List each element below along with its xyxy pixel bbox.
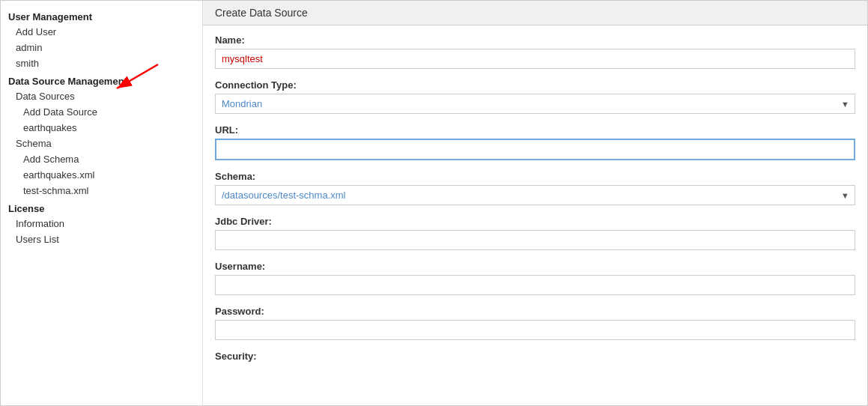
field-username: Username: <box>215 261 855 295</box>
section-title-data-source-management: Data Source Management <box>1 71 202 88</box>
select-wrapper-schema: /datasources/test-schma.xml /datasources… <box>215 185 855 205</box>
field-security: Security: <box>215 351 855 362</box>
input-name[interactable] <box>215 49 855 69</box>
input-jdbc-driver[interactable] <box>215 230 855 250</box>
section-data-source-management: Data Source Management Data Sources Add … <box>1 71 202 199</box>
sidebar-item-users-list[interactable]: Users List <box>1 231 202 247</box>
label-username: Username: <box>215 261 855 272</box>
label-security: Security: <box>215 351 855 362</box>
sidebar-item-add-user[interactable]: Add User <box>1 24 202 40</box>
sidebar-item-information[interactable]: Information <box>1 216 202 231</box>
field-connection-type: Connection Type: Mondrian SQL ▼ <box>215 79 855 114</box>
label-jdbc-driver: Jdbc Driver: <box>215 216 855 227</box>
label-url: URL: <box>215 124 855 136</box>
field-jdbc-driver: Jdbc Driver: <box>215 216 855 250</box>
select-wrapper-connection-type: Mondrian SQL ▼ <box>215 94 855 114</box>
select-schema[interactable]: /datasources/test-schma.xml /datasources… <box>215 185 855 205</box>
sidebar-item-schema[interactable]: Schema <box>1 136 202 151</box>
input-username[interactable] <box>215 275 855 295</box>
field-schema: Schema: /datasources/test-schma.xml /dat… <box>215 171 855 205</box>
sidebar-item-test-schma-xml[interactable]: test-schma.xml <box>1 183 202 199</box>
field-password: Password: <box>215 306 855 340</box>
label-password: Password: <box>215 306 855 317</box>
label-name: Name: <box>215 34 855 46</box>
sidebar-item-admin[interactable]: admin <box>1 40 202 55</box>
sidebar: User Management Add User admin smith Dat… <box>1 1 203 405</box>
label-schema: Schema: <box>215 171 855 182</box>
sidebar-item-earthquakes[interactable]: earthquakes <box>1 120 202 136</box>
form-body: Name: Connection Type: Mondrian SQL ▼ UR… <box>203 25 867 381</box>
select-connection-type[interactable]: Mondrian SQL <box>215 94 855 114</box>
main-content: Create Data Source Name: Connection Type… <box>203 1 867 405</box>
sidebar-item-add-data-source[interactable]: Add Data Source <box>1 104 202 120</box>
section-user-management: User Management Add User admin smith <box>1 7 202 71</box>
field-url: URL: <box>215 124 855 160</box>
input-password[interactable] <box>215 320 855 340</box>
input-url[interactable] <box>215 139 855 160</box>
section-title-user-management: User Management <box>1 7 202 24</box>
form-header: Create Data Source <box>203 1 867 25</box>
label-connection-type: Connection Type: <box>215 79 855 91</box>
section-title-license: License <box>1 199 202 216</box>
sidebar-item-data-sources[interactable]: Data Sources <box>1 88 202 104</box>
field-name: Name: <box>215 34 855 69</box>
sidebar-item-smith[interactable]: smith <box>1 55 202 71</box>
section-license: License Information Users List <box>1 199 202 247</box>
sidebar-item-add-schema[interactable]: Add Schema <box>1 151 202 167</box>
sidebar-item-earthquakes-xml[interactable]: earthquakes.xml <box>1 167 202 183</box>
